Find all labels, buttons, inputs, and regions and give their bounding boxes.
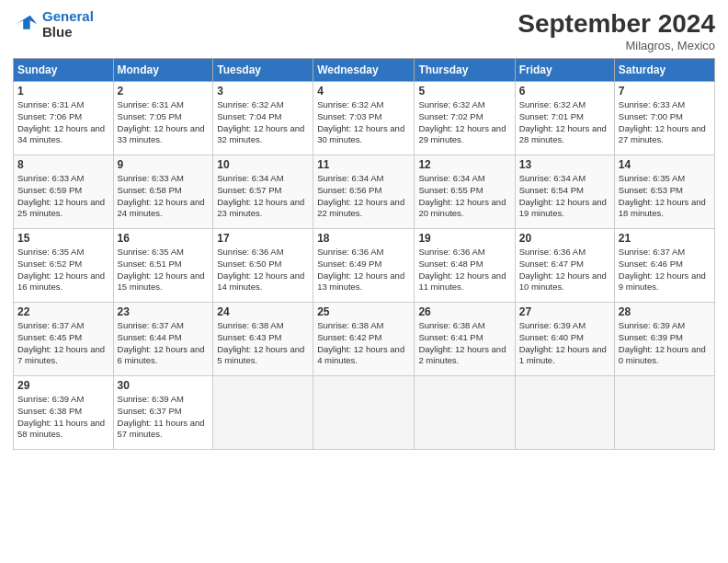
calendar-week: 8 Sunrise: 6:33 AM Sunset: 6:59 PM Dayli… <box>14 155 715 229</box>
day-number: 20 <box>519 232 610 245</box>
cell-content: Sunrise: 6:31 AM Sunset: 7:05 PM Dayligh… <box>118 99 210 146</box>
cell-content: Sunrise: 6:32 AM Sunset: 7:03 PM Dayligh… <box>317 99 410 146</box>
calendar-week: 29 Sunrise: 6:39 AM Sunset: 6:38 PM Dayl… <box>14 376 715 450</box>
day-number: 9 <box>118 158 210 171</box>
cell-content: Sunrise: 6:39 AM Sunset: 6:40 PM Dayligh… <box>519 320 610 367</box>
logo: General Blue <box>13 9 94 40</box>
day-cell: 26 Sunrise: 6:38 AM Sunset: 6:41 PM Dayl… <box>415 303 515 376</box>
col-monday: Monday <box>113 59 213 82</box>
day-cell: 19 Sunrise: 6:36 AM Sunset: 6:48 PM Dayl… <box>415 229 515 303</box>
cell-content: Sunrise: 6:37 AM Sunset: 6:46 PM Dayligh… <box>619 247 711 293</box>
calendar-week: 1 Sunrise: 6:31 AM Sunset: 7:06 PM Dayli… <box>14 82 715 155</box>
day-number: 25 <box>317 305 410 318</box>
cell-content: Sunrise: 6:38 AM Sunset: 6:41 PM Dayligh… <box>418 320 510 367</box>
day-cell: 10 Sunrise: 6:34 AM Sunset: 6:57 PM Dayl… <box>213 155 313 229</box>
day-cell: 3 Sunrise: 6:32 AM Sunset: 7:04 PM Dayli… <box>213 82 313 155</box>
day-cell: 18 Sunrise: 6:36 AM Sunset: 6:49 PM Dayl… <box>313 229 415 303</box>
cell-content: Sunrise: 6:38 AM Sunset: 6:42 PM Dayligh… <box>317 320 410 367</box>
day-cell: 1 Sunrise: 6:31 AM Sunset: 7:06 PM Dayli… <box>14 82 114 155</box>
day-number: 21 <box>619 232 711 245</box>
day-number: 16 <box>118 232 210 245</box>
day-cell: 24 Sunrise: 6:38 AM Sunset: 6:43 PM Dayl… <box>213 303 313 376</box>
cell-content: Sunrise: 6:35 AM Sunset: 6:51 PM Dayligh… <box>118 247 210 293</box>
cell-content: Sunrise: 6:37 AM Sunset: 6:44 PM Dayligh… <box>118 320 210 367</box>
cell-content: Sunrise: 6:33 AM Sunset: 7:00 PM Dayligh… <box>619 99 711 146</box>
calendar-week: 15 Sunrise: 6:35 AM Sunset: 6:52 PM Dayl… <box>14 229 715 303</box>
col-sunday: Sunday <box>14 59 114 82</box>
day-cell: 12 Sunrise: 6:34 AM Sunset: 6:55 PM Dayl… <box>415 155 515 229</box>
cell-content: Sunrise: 6:35 AM Sunset: 6:52 PM Dayligh… <box>17 247 109 293</box>
day-cell: 23 Sunrise: 6:37 AM Sunset: 6:44 PM Dayl… <box>113 303 213 376</box>
empty-cell <box>415 376 515 450</box>
logo-icon <box>13 12 39 38</box>
day-number: 27 <box>519 305 610 318</box>
day-number: 3 <box>217 85 309 98</box>
empty-cell <box>614 376 714 450</box>
day-number: 22 <box>17 305 109 318</box>
day-number: 1 <box>17 85 109 98</box>
day-number: 2 <box>118 85 210 98</box>
col-thursday: Thursday <box>415 59 515 82</box>
day-number: 15 <box>17 232 109 245</box>
day-cell: 6 Sunrise: 6:32 AM Sunset: 7:01 PM Dayli… <box>515 82 614 155</box>
day-cell: 30 Sunrise: 6:39 AM Sunset: 6:37 PM Dayl… <box>113 376 213 450</box>
day-cell: 4 Sunrise: 6:32 AM Sunset: 7:03 PM Dayli… <box>313 82 415 155</box>
cell-content: Sunrise: 6:34 AM Sunset: 6:55 PM Dayligh… <box>418 173 510 220</box>
day-number: 28 <box>619 305 711 318</box>
header-row: Sunday Monday Tuesday Wednesday Thursday… <box>14 59 715 82</box>
cell-content: Sunrise: 6:36 AM Sunset: 6:50 PM Dayligh… <box>217 247 309 293</box>
day-number: 7 <box>619 85 711 98</box>
svg-marker-0 <box>17 15 37 29</box>
cell-content: Sunrise: 6:34 AM Sunset: 6:54 PM Dayligh… <box>519 173 610 220</box>
logo-text: General Blue <box>42 9 94 40</box>
month-title: September 2024 <box>518 9 715 39</box>
day-cell: 20 Sunrise: 6:36 AM Sunset: 6:47 PM Dayl… <box>515 229 614 303</box>
cell-content: Sunrise: 6:32 AM Sunset: 7:01 PM Dayligh… <box>519 99 610 146</box>
cell-content: Sunrise: 6:37 AM Sunset: 6:45 PM Dayligh… <box>17 320 109 367</box>
day-cell: 28 Sunrise: 6:39 AM Sunset: 6:39 PM Dayl… <box>614 303 714 376</box>
cell-content: Sunrise: 6:39 AM Sunset: 6:38 PM Dayligh… <box>17 394 109 441</box>
cell-content: Sunrise: 6:38 AM Sunset: 6:43 PM Dayligh… <box>217 320 309 367</box>
header: General Blue September 2024 Milagros, Me… <box>13 9 715 52</box>
calendar-table: Sunday Monday Tuesday Wednesday Thursday… <box>13 58 715 450</box>
empty-cell <box>213 376 313 450</box>
cell-content: Sunrise: 6:39 AM Sunset: 6:39 PM Dayligh… <box>619 320 711 367</box>
location: Milagros, Mexico <box>518 39 715 52</box>
cell-content: Sunrise: 6:36 AM Sunset: 6:48 PM Dayligh… <box>418 247 510 293</box>
day-cell: 13 Sunrise: 6:34 AM Sunset: 6:54 PM Dayl… <box>515 155 614 229</box>
day-number: 10 <box>217 158 309 171</box>
day-number: 11 <box>317 158 410 171</box>
day-cell: 11 Sunrise: 6:34 AM Sunset: 6:56 PM Dayl… <box>313 155 415 229</box>
cell-content: Sunrise: 6:36 AM Sunset: 6:47 PM Dayligh… <box>519 247 610 293</box>
day-number: 8 <box>17 158 109 171</box>
day-number: 26 <box>418 305 510 318</box>
empty-cell <box>313 376 415 450</box>
day-number: 14 <box>619 158 711 171</box>
day-number: 6 <box>519 85 610 98</box>
day-cell: 9 Sunrise: 6:33 AM Sunset: 6:58 PM Dayli… <box>113 155 213 229</box>
day-cell: 22 Sunrise: 6:37 AM Sunset: 6:45 PM Dayl… <box>14 303 114 376</box>
day-cell: 27 Sunrise: 6:39 AM Sunset: 6:40 PM Dayl… <box>515 303 614 376</box>
empty-cell <box>515 376 614 450</box>
day-cell: 14 Sunrise: 6:35 AM Sunset: 6:53 PM Dayl… <box>614 155 714 229</box>
day-cell: 2 Sunrise: 6:31 AM Sunset: 7:05 PM Dayli… <box>113 82 213 155</box>
calendar-week: 22 Sunrise: 6:37 AM Sunset: 6:45 PM Dayl… <box>14 303 715 376</box>
title-block: September 2024 Milagros, Mexico <box>518 9 715 52</box>
day-cell: 21 Sunrise: 6:37 AM Sunset: 6:46 PM Dayl… <box>614 229 714 303</box>
day-number: 29 <box>17 379 109 392</box>
day-number: 12 <box>418 158 510 171</box>
day-number: 18 <box>317 232 410 245</box>
col-friday: Friday <box>515 59 614 82</box>
day-cell: 25 Sunrise: 6:38 AM Sunset: 6:42 PM Dayl… <box>313 303 415 376</box>
cell-content: Sunrise: 6:31 AM Sunset: 7:06 PM Dayligh… <box>17 99 109 146</box>
day-cell: 5 Sunrise: 6:32 AM Sunset: 7:02 PM Dayli… <box>415 82 515 155</box>
day-cell: 7 Sunrise: 6:33 AM Sunset: 7:00 PM Dayli… <box>614 82 714 155</box>
day-cell: 16 Sunrise: 6:35 AM Sunset: 6:51 PM Dayl… <box>113 229 213 303</box>
day-number: 23 <box>118 305 210 318</box>
cell-content: Sunrise: 6:39 AM Sunset: 6:37 PM Dayligh… <box>118 394 210 441</box>
col-wednesday: Wednesday <box>313 59 415 82</box>
day-number: 24 <box>217 305 309 318</box>
day-number: 17 <box>217 232 309 245</box>
cell-content: Sunrise: 6:33 AM Sunset: 6:59 PM Dayligh… <box>17 173 109 220</box>
cell-content: Sunrise: 6:32 AM Sunset: 7:04 PM Dayligh… <box>217 99 309 146</box>
